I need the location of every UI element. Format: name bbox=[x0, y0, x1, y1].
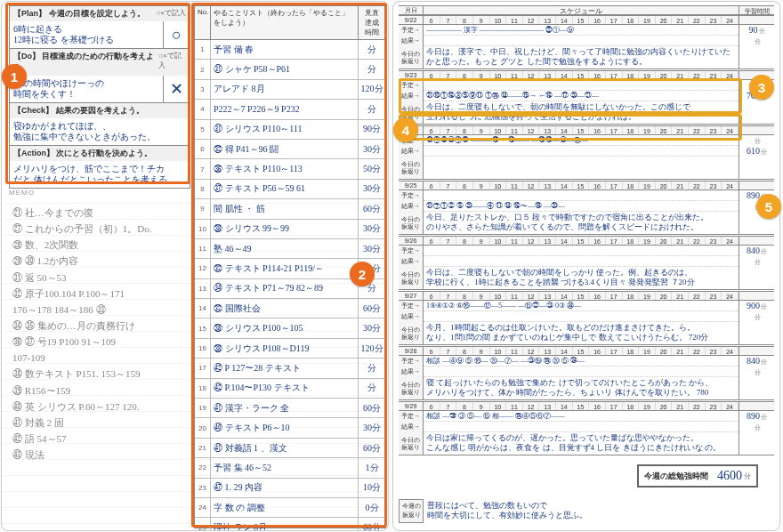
day-note-label: 今日の振返り bbox=[399, 46, 424, 69]
hour-cell: 19 bbox=[639, 16, 656, 24]
hour-cell: 13 bbox=[539, 126, 556, 134]
weekly-total-label: 今週の総勉強時間 bbox=[644, 471, 708, 482]
hour-cell: 21 bbox=[672, 181, 689, 189]
day-block: 9/226789101112131415161718192021222324予定… bbox=[399, 15, 774, 69]
plan-min: 890分 bbox=[739, 411, 774, 422]
hour-row: 9/286789101112131415161718192021222324 bbox=[399, 346, 774, 356]
studytime-head bbox=[739, 292, 774, 300]
day-note-row: 今日の振返り今日は、二度寝もしないで朝の時間をしっかり 使った。例、起きるのは、… bbox=[399, 267, 774, 290]
hour-cell: 24 bbox=[722, 347, 739, 355]
plan-label: 予定→ bbox=[399, 411, 424, 422]
hour-cell: 20 bbox=[656, 237, 673, 245]
todo-row: 15㊳ シリウス P100～10530分 bbox=[195, 318, 385, 338]
result-line: 結果→㉛⑦①② ⑤ ⑳——④ ⑪ ⑭ ⑯～—⑱ —⑳—分 bbox=[399, 201, 774, 212]
hour-cell: 6 bbox=[424, 292, 440, 300]
hour-cell: 12 bbox=[523, 402, 540, 410]
todo-row-task: ㉞ テキスト P71～79 82～89 bbox=[211, 279, 359, 298]
hour-cell: 14 bbox=[556, 126, 573, 134]
studytime-head bbox=[739, 16, 774, 24]
plan-line: 予定→分 bbox=[399, 80, 774, 91]
plan-bar bbox=[424, 80, 739, 91]
todo-row-task: P222～7 P226～9 P232 bbox=[211, 100, 359, 118]
hour-cell: 10 bbox=[490, 402, 507, 410]
plan-bar: 相談 —④⑨ ⑤ ⑯— ⑳—⑦— —㉓⑲ ㊱ ⑳ ⑤ ㉞— bbox=[424, 356, 739, 367]
plan-line: 予定→————— 漢字 ————————— ⓵①—⑨90分 bbox=[399, 25, 774, 36]
hour-cell: 10 bbox=[490, 237, 507, 245]
hour-cell: 7 bbox=[440, 402, 457, 410]
todo-row: 14㉜ 国際社会60分 bbox=[195, 299, 385, 318]
hour-cell: 16 bbox=[589, 181, 606, 189]
hour-cell: 23 bbox=[706, 237, 722, 245]
todo-row-task: ㊷ P.104～P130 テキスト bbox=[211, 379, 359, 398]
pdca-action: 【Action】 次にとる行動を決めよう。 メリハリをつけ、筋でここまで！チカ … bbox=[9, 145, 190, 189]
result-line: 結果→分 bbox=[399, 367, 774, 377]
result-bar bbox=[424, 367, 739, 377]
hour-cell: 22 bbox=[689, 237, 706, 245]
hour-cell: 15 bbox=[573, 181, 590, 189]
hour-cell: 8 bbox=[456, 181, 473, 189]
result-label: 結果→ bbox=[399, 256, 424, 267]
todo-row: 24字 数 の 調整0分 bbox=[195, 498, 385, 518]
date-cell: 9/25 bbox=[399, 181, 424, 189]
memo-text: ㉑ 社…今までの復 ㉗ これからの予習（初）1。Do. ㉘ 数、2次関数 ㉙ ㉚… bbox=[12, 205, 186, 463]
todo-row-time: 30分 bbox=[359, 318, 385, 337]
hour-cell: 9 bbox=[473, 237, 490, 245]
plan-line: 予定→840分 bbox=[399, 246, 774, 256]
hour-cell: 15 bbox=[573, 71, 590, 79]
todo-row-task: ㊲ テキスト P56～59 61 bbox=[211, 180, 359, 198]
planner-right-page: 月日スケジュール学習時間9/22678910111213141516171819… bbox=[392, 1, 780, 531]
todo-row-no: 16 bbox=[195, 339, 211, 358]
result-bar bbox=[424, 36, 739, 46]
hour-cell: 15 bbox=[573, 237, 590, 245]
result-line: 結果→分 bbox=[399, 311, 774, 322]
hour-cell: 10 bbox=[490, 71, 507, 79]
todo-row: 2㉛ シャケ P58～P61分 bbox=[195, 60, 385, 79]
day-block: 9/266789101112131415161718192021222324予定… bbox=[399, 236, 774, 290]
todo-row-time: 60分 bbox=[359, 399, 385, 417]
plan-line: 予定→890分 bbox=[399, 190, 774, 201]
hour-cell: 11 bbox=[506, 347, 523, 355]
hour-cell: 12 bbox=[523, 71, 540, 79]
day-note-label: 今日の振返り bbox=[399, 322, 424, 344]
hour-cell: 21 bbox=[672, 292, 689, 300]
todo-row-no: 1 bbox=[195, 40, 211, 59]
hour-cell: 9 bbox=[473, 402, 490, 410]
todo-row-task: ㊳ シリウス 99～99 bbox=[211, 220, 359, 238]
day-note-row: 今日の振返り今日は、漢字で、中日、祝したけど、間々って了時間に勉強の内容くいたり… bbox=[399, 46, 774, 69]
hour-cell: 13 bbox=[539, 347, 556, 355]
studytime-head bbox=[739, 237, 774, 245]
hour-cell: 16 bbox=[589, 237, 606, 245]
hour-cell: 18 bbox=[623, 16, 640, 24]
todo-row-time: 分 bbox=[359, 379, 385, 398]
hour-cell: 23 bbox=[706, 126, 722, 134]
todo-head-no: No. bbox=[195, 6, 211, 39]
todo-row-no: 2 bbox=[195, 60, 211, 78]
callout-badge-5: 5 bbox=[756, 194, 781, 219]
todo-row-no: 25 bbox=[195, 518, 211, 531]
hour-row: 9/256789101112131415161718192021222324 bbox=[399, 181, 774, 190]
todo-row-task: ㉛ シリウス P110～111 bbox=[211, 120, 359, 139]
todo-row-time: 分 bbox=[359, 40, 385, 59]
plan-bar bbox=[424, 190, 739, 201]
hour-cell: 20 bbox=[656, 181, 673, 189]
pdca-plan: 【Plan】 今週の目標を設定しよう。○×で記入 6時に起きる 12時に寝る を… bbox=[9, 5, 190, 48]
schedule-block: 月日スケジュール学習時間9/22678910111213141516171819… bbox=[399, 5, 774, 456]
hour-cell: 10 bbox=[490, 292, 507, 300]
hour-row: 9/296789101112131415161718192021222324 bbox=[399, 401, 774, 411]
result-bar bbox=[424, 311, 739, 322]
callout-badge-3: 3 bbox=[749, 75, 774, 100]
hour-cell: 19 bbox=[639, 402, 656, 410]
hour-cell: 14 bbox=[556, 16, 573, 24]
todo-row-task: ㊶ 漢字・ラーク 全 bbox=[211, 399, 359, 417]
date-cell: 9/26 bbox=[399, 237, 424, 245]
hour-cell: 16 bbox=[589, 347, 606, 355]
hour-cell: 19 bbox=[639, 347, 656, 355]
hour-cell: 19 bbox=[639, 237, 656, 245]
hour-cell: 18 bbox=[623, 402, 640, 410]
hour-cell: 24 bbox=[722, 402, 739, 410]
col-date-head: 月日 bbox=[399, 6, 424, 14]
day-note-text: 今日、足りたストレか、口５ 段々で時動ですたので宿角に出ることが出来た。 のりや… bbox=[424, 212, 739, 234]
day-block: 9/286789101112131415161718192021222324予定… bbox=[399, 346, 774, 400]
result-min: 分 bbox=[739, 36, 774, 46]
day-note-label: 今日の振返り bbox=[399, 267, 424, 289]
